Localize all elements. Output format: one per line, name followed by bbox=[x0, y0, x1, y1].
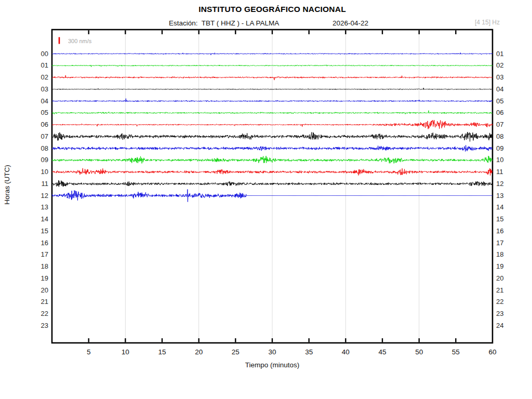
axis-tick-bottom bbox=[309, 338, 310, 342]
scale-legend-tick bbox=[59, 37, 60, 44]
axis-tick-top bbox=[235, 30, 236, 34]
helicorder-page: INSTITUTO GEOGRÁFICO NACIONAL Estación: … bbox=[0, 0, 532, 399]
axis-tick-bottom bbox=[382, 338, 383, 342]
axis-tick-top bbox=[419, 30, 420, 34]
axis-tick-bottom bbox=[88, 338, 89, 342]
axis-tick-bottom bbox=[235, 338, 236, 342]
axis-tick-bottom bbox=[198, 338, 200, 342]
axis-tick-top bbox=[345, 30, 346, 34]
axis-tick-top bbox=[162, 30, 163, 34]
axis-tick-bottom bbox=[419, 338, 420, 342]
axis-tick-top bbox=[382, 30, 383, 34]
helicorder-plot bbox=[0, 0, 532, 399]
axis-tick-top bbox=[309, 30, 310, 34]
axis-tick-bottom bbox=[455, 338, 456, 342]
axis-tick-bottom bbox=[345, 338, 346, 342]
axis-tick-top bbox=[272, 30, 273, 34]
axis-tick-bottom bbox=[125, 338, 126, 342]
axis-tick-top bbox=[88, 30, 89, 34]
axis-tick-top bbox=[198, 30, 200, 34]
axis-tick-top bbox=[125, 30, 126, 34]
axis-tick-top bbox=[455, 30, 456, 34]
axis-tick-bottom bbox=[162, 338, 163, 342]
axis-tick-bottom bbox=[272, 338, 273, 342]
